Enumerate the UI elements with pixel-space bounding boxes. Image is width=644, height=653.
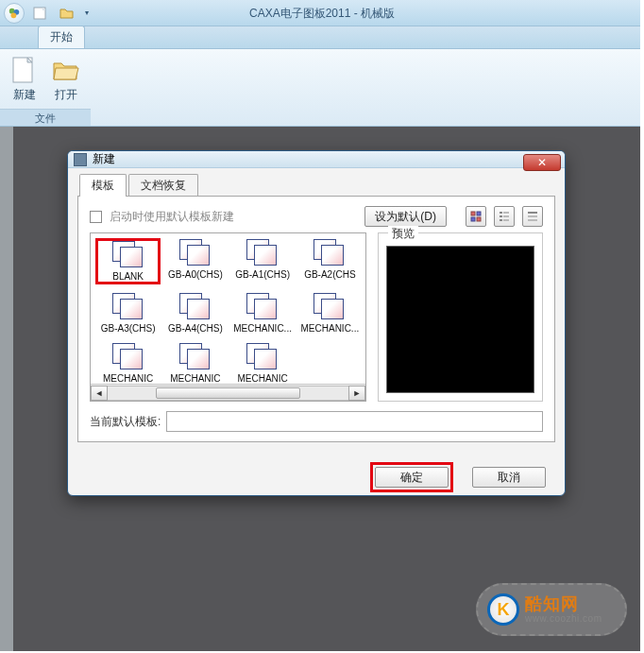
dialog-icon bbox=[74, 153, 87, 166]
template-item[interactable]: MECHANIC... bbox=[231, 293, 295, 334]
dialog-titlebar[interactable]: 新建 ✕ bbox=[68, 151, 565, 168]
template-item[interactable]: GB-A4(CHS) bbox=[163, 293, 227, 334]
template-icon bbox=[179, 343, 212, 371]
template-item[interactable]: GB-A2(CHS bbox=[298, 239, 362, 284]
new-button[interactable]: 新建 bbox=[8, 55, 42, 109]
preview-label: 预览 bbox=[388, 226, 418, 242]
dialog-body: 模板 文档恢复 启动时使用默认模板新建 设为默认(D) bbox=[68, 168, 565, 453]
template-name: GB-A2(CHS bbox=[304, 269, 355, 280]
open-button-label: 打开 bbox=[49, 87, 83, 103]
ribbon-tab-strip: 开始 bbox=[0, 26, 644, 49]
template-name: BLANK bbox=[112, 271, 144, 282]
list-icon bbox=[499, 211, 510, 222]
dialog-title: 新建 bbox=[93, 151, 115, 167]
app-window: ▾ CAXA电子图板2011 - 机械版 开始 新建 打开 bbox=[0, 0, 644, 653]
startup-default-label: 启动时使用默认模板新建 bbox=[110, 209, 234, 225]
scroll-track[interactable] bbox=[108, 386, 348, 401]
template-icon bbox=[246, 293, 279, 321]
watermark-en: www.coozhi.com bbox=[525, 613, 602, 624]
template-name: MECHANIC... bbox=[301, 323, 360, 334]
svg-rect-14 bbox=[503, 219, 509, 221]
new-file-icon bbox=[9, 55, 40, 85]
view-list-button[interactable] bbox=[494, 206, 515, 227]
ribbon-group-file: 新建 打开 文件 bbox=[0, 49, 91, 126]
svg-rect-6 bbox=[477, 212, 481, 215]
preview-column: 预览 bbox=[378, 232, 543, 402]
svg-rect-7 bbox=[471, 217, 475, 221]
scroll-thumb[interactable] bbox=[156, 387, 300, 399]
dialog-tabs: 模板 文档恢复 bbox=[79, 174, 555, 197]
template-icon bbox=[179, 239, 212, 267]
template-name: GB-A0(CHS) bbox=[168, 269, 223, 280]
template-icon bbox=[314, 293, 346, 321]
close-icon: ✕ bbox=[537, 156, 547, 169]
details-icon bbox=[527, 211, 538, 222]
template-scroll[interactable]: BLANKGB-A0(CHS)GB-A1(CHS)GB-A2(CHSGB-A3(… bbox=[91, 233, 365, 384]
tab-template[interactable]: 模板 bbox=[79, 174, 127, 197]
template-icon bbox=[112, 343, 144, 371]
options-row: 启动时使用默认模板新建 设为默认(D) bbox=[90, 206, 543, 227]
svg-rect-10 bbox=[503, 212, 509, 214]
mid-row: BLANKGB-A0(CHS)GB-A1(CHS)GB-A2(CHSGB-A3(… bbox=[90, 232, 543, 402]
ok-highlight: 确定 bbox=[370, 462, 453, 492]
current-default-label: 当前默认模板: bbox=[90, 414, 161, 430]
template-item[interactable]: GB-A0(CHS) bbox=[163, 239, 227, 284]
svg-rect-9 bbox=[500, 212, 502, 214]
template-item[interactable]: GB-A3(CHS) bbox=[96, 293, 160, 334]
ok-button[interactable]: 确定 bbox=[375, 467, 449, 488]
template-icon bbox=[112, 241, 144, 269]
open-button[interactable]: 打开 bbox=[49, 55, 83, 109]
cancel-button[interactable]: 取消 bbox=[472, 467, 546, 488]
template-item[interactable]: MECHANIC bbox=[231, 343, 295, 384]
template-icon bbox=[246, 239, 279, 267]
qat-open-icon[interactable] bbox=[55, 4, 79, 23]
tab-start[interactable]: 开始 bbox=[38, 26, 85, 48]
template-name: MECHANIC... bbox=[233, 323, 292, 334]
qat-new-icon[interactable] bbox=[28, 4, 53, 23]
set-default-button[interactable]: 设为默认(D) bbox=[364, 206, 447, 227]
template-icon bbox=[314, 239, 346, 267]
template-name: GB-A1(CHS) bbox=[235, 269, 290, 280]
template-name: MECHANIC bbox=[170, 373, 220, 384]
svg-rect-17 bbox=[528, 219, 537, 221]
app-menu-orb[interactable] bbox=[4, 3, 25, 24]
preview-fieldset: 预览 bbox=[378, 232, 543, 402]
watermark: K 酷知网 www.coozhi.com bbox=[476, 583, 627, 636]
template-icon bbox=[112, 293, 144, 321]
template-item[interactable]: GB-A1(CHS) bbox=[231, 239, 295, 284]
view-details-button[interactable] bbox=[522, 206, 543, 227]
watermark-cn: 酷知网 bbox=[525, 595, 602, 614]
tab-recover[interactable]: 文档恢复 bbox=[128, 174, 198, 197]
dialog-footer: 确定 取消 bbox=[68, 453, 565, 496]
scroll-left-icon[interactable]: ◄ bbox=[91, 386, 108, 401]
template-hscrollbar[interactable]: ◄ ► bbox=[91, 384, 365, 401]
view-large-icons-button[interactable] bbox=[466, 206, 486, 227]
template-icon bbox=[246, 343, 279, 371]
new-dialog: 新建 ✕ 模板 文档恢复 启动时使用默认模板新建 设为默认(D) bbox=[67, 150, 566, 496]
scroll-right-icon[interactable]: ► bbox=[348, 386, 365, 401]
tab-content: 启动时使用默认模板新建 设为默认(D) bbox=[77, 196, 555, 442]
ribbon-group-label: 文件 bbox=[0, 109, 91, 126]
canvas-edge bbox=[0, 127, 13, 653]
svg-rect-5 bbox=[471, 212, 475, 215]
template-name: GB-A3(CHS) bbox=[101, 323, 156, 334]
app-title: CAXA电子图板2011 - 机械版 bbox=[0, 0, 644, 26]
open-folder-icon bbox=[51, 55, 81, 85]
qat-customize-icon[interactable]: ▾ bbox=[81, 4, 93, 23]
svg-rect-11 bbox=[500, 215, 502, 217]
quick-access-toolbar: ▾ bbox=[28, 4, 93, 23]
template-item[interactable]: MECHANIC... bbox=[298, 293, 362, 334]
template-item[interactable]: MECHANIC bbox=[163, 343, 227, 384]
template-icon bbox=[179, 293, 212, 321]
svg-rect-15 bbox=[528, 212, 537, 214]
template-item[interactable]: BLANK bbox=[96, 239, 160, 284]
template-panel: BLANKGB-A0(CHS)GB-A1(CHS)GB-A2(CHSGB-A3(… bbox=[90, 232, 366, 402]
svg-rect-12 bbox=[503, 215, 509, 217]
current-default-field[interactable] bbox=[166, 411, 543, 432]
new-button-label: 新建 bbox=[8, 87, 42, 103]
startup-default-checkbox[interactable] bbox=[90, 211, 102, 223]
template-item[interactable]: MECHANIC bbox=[96, 343, 160, 384]
current-default-row: 当前默认模板: bbox=[90, 411, 543, 432]
close-button[interactable]: ✕ bbox=[523, 154, 561, 171]
preview-box bbox=[386, 246, 534, 393]
